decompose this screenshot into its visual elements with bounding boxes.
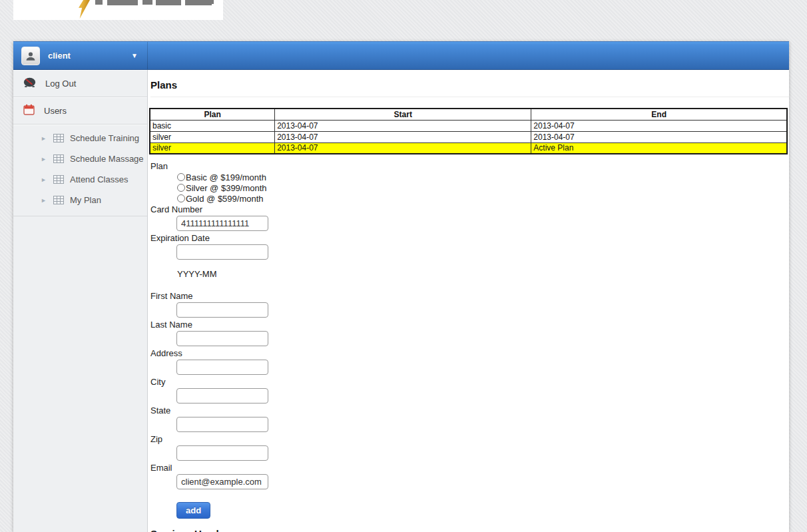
plan-radio-gold[interactable]: [177, 194, 185, 202]
plan-form: Plan Basic @ $199/month Silver @ $399/mo…: [149, 160, 789, 519]
field-zip: Zip: [149, 433, 789, 461]
table-grid-icon: [53, 134, 64, 142]
last-name-input[interactable]: [176, 331, 268, 346]
caret-right-icon[interactable]: ►: [41, 176, 47, 183]
logo-letter-fragment: [95, 0, 103, 5]
calendar-icon: [23, 104, 35, 117]
services-used-heading: Services Used: [150, 528, 789, 532]
logo-letter-fragment: [107, 0, 138, 5]
sidebar-item-label: Users: [44, 106, 67, 116]
chevron-down-icon[interactable]: ▼: [131, 52, 138, 59]
sidebar-subgroup: ► Schedule Training ► Schedule Massage: [13, 125, 147, 216]
sidebar-subitem-label: Schedule Massage: [70, 154, 144, 164]
plans-table: Plan Start End basic 2013-04-07 2013-04-…: [149, 108, 788, 154]
email-label: Email: [150, 462, 789, 473]
table-grid-icon: [53, 154, 64, 163]
field-expiration-date: Expiration Date YYYY-MM: [149, 232, 789, 280]
app-logo: [13, 0, 223, 20]
address-input[interactable]: [176, 360, 268, 375]
column-header-plan: Plan: [150, 109, 275, 120]
plan-option-gold[interactable]: Gold @ $599/month: [177, 193, 789, 204]
plan-radio-silver[interactable]: [177, 184, 185, 192]
page: client ▼ Log Out Users: [0, 0, 807, 532]
zip-input[interactable]: [176, 445, 268, 461]
state-input[interactable]: [176, 417, 268, 432]
city-label: City: [150, 376, 789, 388]
sidebar-subitem-label: Attend Classes: [70, 174, 128, 184]
expiration-date-input[interactable]: [176, 244, 268, 260]
plan-option-basic[interactable]: Basic @ $199/month: [177, 172, 789, 182]
body-row: Log Out Users ► Schedule Training: [13, 70, 789, 532]
add-button[interactable]: add: [176, 502, 210, 519]
lightning-bolt-icon: [79, 0, 90, 19]
table-row-active-plan: silver 2013-04-07 Active Plan: [150, 142, 787, 154]
sidebar-item-my-plan[interactable]: ► My Plan: [13, 190, 147, 210]
user-menu-label: client: [48, 51, 71, 61]
field-address: Address: [149, 348, 789, 375]
field-last-name: Last Name: [149, 319, 789, 346]
sidebar: Log Out Users ► Schedule Training: [13, 70, 148, 532]
user-avatar-icon: [21, 47, 40, 65]
field-state: State: [149, 405, 789, 432]
last-name-label: Last Name: [150, 319, 789, 330]
cell-start: 2013-04-07: [275, 131, 531, 142]
caret-right-icon[interactable]: ►: [41, 197, 47, 204]
expiration-format-hint: YYYY-MM: [177, 268, 789, 280]
sidebar-subitem-label: Schedule Training: [70, 133, 139, 143]
first-name-label: First Name: [150, 290, 789, 302]
plan-option-label: Basic @ $199/month: [186, 172, 266, 182]
cell-plan: basic: [150, 120, 275, 131]
table-grid-icon: [53, 175, 64, 184]
cell-start: 2013-04-07: [275, 120, 531, 131]
cell-plan: silver: [150, 131, 275, 142]
first-name-input[interactable]: [176, 302, 268, 318]
column-header-end: End: [531, 109, 787, 120]
sidebar-subitem-label: My Plan: [70, 195, 101, 205]
sidebar-item-users[interactable]: Users: [13, 97, 147, 125]
table-header-row: Plan Start End: [150, 109, 787, 120]
plan-radio-group-label: Plan: [150, 160, 789, 172]
plan-radio-group: Basic @ $199/month Silver @ $399/month G…: [177, 172, 789, 204]
address-label: Address: [150, 348, 789, 359]
sidebar-item-logout[interactable]: Log Out: [13, 70, 147, 97]
cell-end: 2013-04-07: [531, 120, 787, 131]
gauge-icon: [23, 77, 36, 89]
user-menu[interactable]: client ▼: [13, 42, 148, 69]
logo-letter-fragment: [205, 0, 214, 4]
field-first-name: First Name: [149, 290, 789, 318]
plan-option-silver[interactable]: Silver @ $399/month: [177, 182, 789, 193]
card-number-input[interactable]: [176, 216, 268, 231]
plan-option-label: Gold @ $599/month: [186, 194, 264, 204]
table-grid-icon: [53, 196, 64, 204]
caret-right-icon[interactable]: ►: [41, 156, 47, 162]
logo-letter-fragment: [156, 0, 181, 5]
app-panel: client ▼ Log Out Users: [13, 41, 789, 532]
city-input[interactable]: [176, 388, 268, 403]
table-row: basic 2013-04-07 2013-04-07: [150, 120, 787, 131]
sidebar-item-schedule-training[interactable]: ► Schedule Training: [13, 128, 147, 148]
cell-end: 2013-04-07: [531, 131, 787, 142]
cell-start: 2013-04-07: [275, 142, 531, 154]
sidebar-item-attend-classes[interactable]: ► Attend Classes: [13, 169, 147, 190]
email-input[interactable]: [176, 474, 268, 489]
sidebar-item-label: Log Out: [45, 79, 76, 89]
logo-letter-fragment: [142, 0, 152, 5]
cell-plan: silver: [150, 142, 275, 154]
expiration-date-label: Expiration Date: [150, 232, 789, 244]
column-header-start: Start: [275, 109, 531, 120]
plan-radio-basic[interactable]: [177, 173, 185, 181]
field-email: Email: [149, 462, 789, 489]
field-card-number: Card Number: [149, 204, 789, 231]
cell-end: Active Plan: [531, 142, 787, 154]
main-content: Plans Plan Start End basic 2013-04-07: [148, 70, 789, 532]
top-bar: client ▼: [13, 41, 789, 70]
table-row: silver 2013-04-07 2013-04-07: [150, 131, 787, 142]
zip-label: Zip: [150, 433, 789, 445]
field-city: City: [149, 376, 789, 403]
sidebar-item-schedule-massage[interactable]: ► Schedule Massage: [13, 148, 147, 169]
card-number-label: Card Number: [150, 204, 789, 215]
caret-right-icon[interactable]: ►: [41, 135, 47, 142]
state-label: State: [150, 405, 789, 416]
plan-option-label: Silver @ $399/month: [186, 183, 267, 193]
plans-heading: Plans: [150, 79, 789, 97]
